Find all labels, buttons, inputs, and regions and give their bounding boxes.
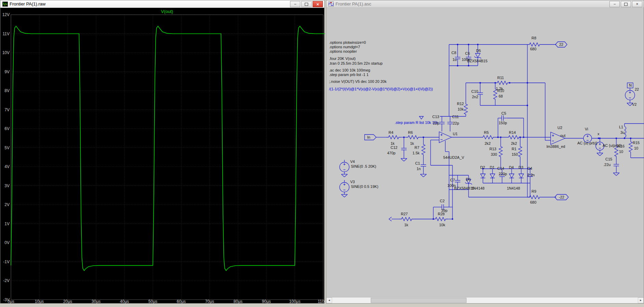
schematic-label[interactable]: 3u — [620, 130, 625, 135]
component-R1[interactable] — [518, 144, 522, 159]
schematic-label[interactable]: C10 — [471, 89, 478, 93]
schematic-label[interactable]: D2 — [480, 165, 485, 169]
component-R4[interactable] — [386, 136, 401, 139]
schematic-label[interactable]: V4 — [350, 159, 355, 164]
component-D2[interactable] — [481, 171, 485, 181]
schematic-label[interactable]: 10k — [439, 223, 445, 227]
schematic-label[interactable]: C11 — [452, 115, 459, 119]
component-L1[interactable] — [625, 126, 626, 138]
schematic-label[interactable]: D1 — [490, 165, 495, 169]
schematic-label[interactable]: D4 — [509, 165, 514, 169]
schematic-label[interactable]: C7 — [450, 178, 455, 182]
schematic-label[interactable]: SINE(0 0.5 19K) — [351, 184, 378, 189]
ground-symbol[interactable] — [401, 158, 407, 161]
trace-label[interactable]: V(out) — [161, 9, 173, 14]
schematic-label[interactable]: ;.noise V(OUT) V5 dec 100 20 20k — [329, 79, 387, 84]
schematic-label[interactable]: .step param R list 10k 15k — [395, 120, 438, 125]
waveform-plot-area[interactable]: 12V11V10V9V8V7V6V5V4V3V2V1V0V-1V-2V-3V0µ… — [0, 8, 324, 303]
ground-symbol[interactable] — [613, 173, 619, 176]
schematic-label[interactable]: R10 — [497, 89, 504, 93]
schematic-label[interactable]: 10 — [634, 146, 638, 150]
scroll-left-arrow[interactable]: ◄ — [326, 297, 332, 303]
waveform-window[interactable]: Frontier PA(1).raw − × 12V11V10V9V8V7V6V… — [0, 0, 325, 304]
schematic-label[interactable]: .step param prb list -1 1 — [329, 73, 369, 77]
component-R6[interactable] — [406, 136, 420, 139]
schematic-label[interactable]: U1 — [453, 132, 458, 136]
schematic-label[interactable]: V3 — [350, 180, 355, 184]
minimize-button[interactable]: − — [290, 1, 300, 7]
schematic-label[interactable]: 1n — [417, 167, 421, 171]
schematic-label[interactable]: 2n2 — [472, 95, 478, 99]
schematic-label[interactable]: 10k — [458, 107, 464, 111]
schematic-label[interactable]: BZX584B15 — [467, 59, 487, 63]
schematic-label[interactable]: D5 — [476, 49, 481, 53]
schematic-label[interactable]: R1 — [512, 147, 516, 151]
schematic-label[interactable]: L1 — [619, 125, 623, 129]
schematic-label[interactable]: D3 — [518, 165, 523, 169]
schematic-label[interactable]: .options plotwinsize=0 — [329, 40, 366, 44]
schematic-label[interactable]: 1k — [410, 141, 414, 145]
schematic-label[interactable]: .tran 0 25.5m 20.5m 22n startup — [329, 61, 383, 65]
schematic-label[interactable]: -22 — [559, 195, 564, 199]
schematic-label[interactable]: C5 — [501, 111, 506, 115]
schematic-label[interactable]: 22 — [635, 87, 639, 91]
schematic-label[interactable]: /(1-1/(2*(I(Vi)@1*V(x)@2-V(x)@1*I(Vi)@2)… — [329, 87, 433, 91]
schematic-label[interactable]: C8 — [451, 51, 456, 55]
close-button[interactable]: × — [632, 1, 642, 7]
maximize-button[interactable] — [301, 1, 312, 7]
component-R12[interactable] — [464, 102, 468, 116]
schematic-window[interactable]: Frontier PA(1).asc − × .options plotwins… — [326, 0, 644, 304]
component-V2[interactable] — [625, 90, 635, 100]
schematic-label[interactable]: R11 — [497, 76, 504, 80]
schematic-label[interactable]: 470p — [387, 151, 395, 155]
waveform-titlebar[interactable]: Frontier PA(1).raw − × — [0, 0, 324, 8]
schematic-label[interactable]: 1N4148 — [507, 186, 520, 190]
schematic-label[interactable]: D6 — [466, 177, 471, 181]
component-C1[interactable] — [421, 161, 426, 170]
component-V4[interactable] — [340, 162, 349, 172]
schematic-label[interactable]: 68 — [499, 94, 503, 98]
schematic-label[interactable]: R13 — [489, 147, 496, 151]
component-C15[interactable] — [614, 161, 619, 170]
schematic-label[interactable]: 2.2n — [527, 173, 535, 177]
minimize-button[interactable]: − — [609, 1, 620, 7]
maximize-button[interactable] — [621, 1, 631, 7]
component-R5[interactable] — [481, 136, 495, 139]
schematic-label[interactable]: 22 — [559, 42, 563, 47]
schematic-label[interactable]: AC {u(-prb)} — [577, 141, 597, 145]
schematic-label[interactable]: 10 — [619, 150, 623, 154]
ground-symbol[interactable] — [341, 194, 347, 197]
schematic-label[interactable]: C14 — [497, 166, 504, 170]
ground-symbol[interactable] — [420, 174, 426, 177]
component-C5[interactable] — [498, 115, 508, 121]
schematic-titlebar[interactable]: Frontier PA(1).asc − × — [326, 0, 644, 8]
schematic-label[interactable]: lm3886_ed — [547, 144, 565, 149]
component-R13[interactable] — [499, 144, 502, 159]
schematic-label[interactable]: R9 — [531, 189, 536, 193]
component-C11[interactable] — [447, 118, 453, 128]
schematic-label[interactable]: R6 — [408, 130, 413, 135]
schematic-label[interactable]: C2 — [440, 199, 445, 203]
scrollbar-thumb[interactable] — [371, 298, 466, 303]
schematic-label[interactable]: R27 — [401, 212, 408, 216]
schematic-label[interactable]: V2 — [632, 102, 636, 106]
schematic-label[interactable]: 22p — [433, 121, 439, 125]
schematic-label[interactable]: Vi — [585, 127, 588, 131]
component-C13[interactable] — [439, 118, 445, 128]
schematic-label[interactable]: 1k — [404, 223, 408, 227]
schematic-label[interactable]: C15 — [605, 157, 612, 161]
schematic-label[interactable]: 680 — [530, 47, 536, 51]
schematic-label[interactable]: 220p — [499, 172, 507, 176]
schematic-label[interactable]: R5 — [484, 130, 489, 135]
schematic-label[interactable]: 330 — [491, 152, 497, 156]
component-R15[interactable] — [629, 140, 632, 154]
close-button[interactable]: × — [313, 1, 323, 7]
component-R27[interactable] — [399, 217, 414, 221]
horizontal-scrollbar[interactable]: ◄ ► — [326, 297, 644, 303]
schematic-label[interactable]: .options noopiter — [329, 49, 357, 53]
schematic-label[interactable]: 2k2 — [485, 141, 491, 145]
component-D4[interactable] — [509, 171, 514, 181]
schematic-label[interactable]: N — [629, 83, 632, 87]
schematic-label[interactable]: C13 — [432, 115, 439, 119]
vout-trace[interactable] — [11, 26, 325, 270]
